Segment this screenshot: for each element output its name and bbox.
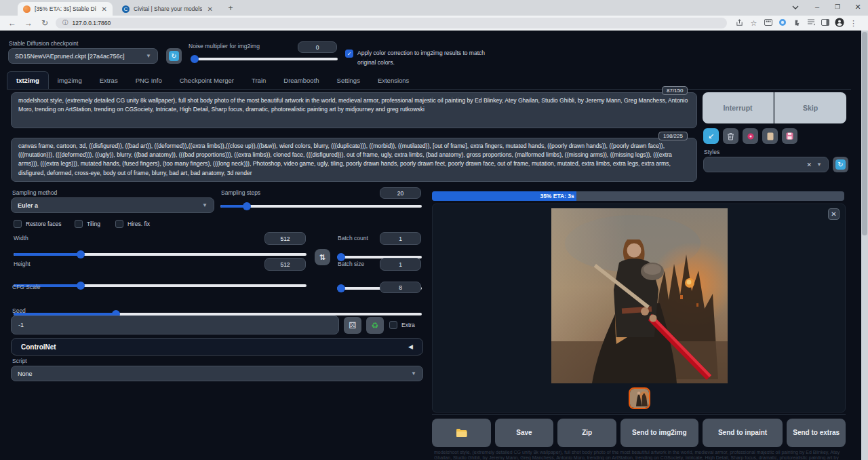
kebab-menu-icon[interactable]: ⋮: [846, 19, 861, 28]
batch-count-input[interactable]: 1: [380, 232, 421, 245]
tab-img2img[interactable]: img2img: [49, 72, 91, 89]
open-folder-button[interactable]: [432, 419, 491, 447]
window-minimize-button[interactable]: –: [808, 0, 826, 14]
restore-faces-checkbox[interactable]: Restore faces: [14, 220, 61, 228]
width-slider[interactable]: [14, 253, 307, 256]
tab-extensions[interactable]: Extensions: [369, 72, 418, 89]
page-scrollbar[interactable]: [861, 31, 868, 460]
checkbox-checked-icon[interactable]: ✓: [345, 50, 353, 58]
tab-close-icon[interactable]: ✕: [208, 5, 213, 13]
tab-extras[interactable]: Extras: [91, 72, 127, 89]
bookmark-star-icon[interactable]: ☆: [747, 19, 761, 28]
checkbox-icon[interactable]: [14, 220, 22, 228]
sampling-method-value: Euler a: [18, 202, 38, 209]
tiling-checkbox[interactable]: Tiling: [75, 220, 100, 228]
skip-button[interactable]: Skip: [774, 92, 846, 123]
tab-close-icon[interactable]: ✕: [102, 5, 107, 13]
tab-txt2img[interactable]: txt2img: [7, 71, 49, 89]
paste-generation-params-button[interactable]: ↙: [703, 128, 719, 144]
browser-tab-strip: [35% ETA: 3s] Stable Diffusion ✕ C Civit…: [0, 0, 868, 16]
tab-list-icon[interactable]: [804, 19, 818, 27]
refresh-styles-button[interactable]: ↻: [833, 157, 848, 172]
sampling-steps-input[interactable]: 20: [380, 187, 421, 199]
save-style-button[interactable]: [782, 128, 797, 144]
main-tab-nav: txt2img img2img Extras PNG Info Checkpoi…: [7, 71, 851, 90]
dice-icon: ⚄: [349, 320, 356, 330]
window-restore-button[interactable]: ❐: [829, 0, 846, 14]
browser-tab-civitai[interactable]: C Civitai | Share your models ✕: [117, 2, 218, 16]
sampling-steps-slider[interactable]: [220, 205, 422, 208]
batch-size-input[interactable]: 1: [380, 258, 421, 271]
noise-multiplier-input[interactable]: 0: [298, 41, 337, 53]
swap-dimensions-button[interactable]: ⇅: [315, 249, 330, 265]
width-input[interactable]: 512: [264, 232, 306, 245]
forward-icon[interactable]: →: [20, 18, 37, 28]
prompt-textarea[interactable]: modelshoot style, (extremely detailed CG…: [11, 92, 697, 128]
floppy-disk-icon: [786, 132, 793, 140]
noise-multiplier-slider[interactable]: [191, 58, 338, 60]
clear-styles-icon[interactable]: ✕: [807, 161, 812, 168]
zip-button[interactable]: Zip: [557, 419, 616, 447]
extra-seed-checkbox[interactable]: Extra: [389, 321, 415, 329]
browser-toolbar: ← → ↻ ⓘ 127.0.0.1:7860 ☆ ⋮: [0, 16, 868, 31]
script-label: Script: [12, 358, 27, 364]
interrupt-button[interactable]: Interrupt: [703, 92, 774, 123]
color-correction-checkbox-row[interactable]: ✓ Apply color correction to img2img resu…: [345, 48, 501, 67]
close-preview-icon[interactable]: ✕: [828, 208, 840, 220]
height-slider[interactable]: [14, 284, 307, 287]
url-bar[interactable]: ⓘ 127.0.0.1:7860: [56, 18, 727, 28]
negative-prompt-textarea[interactable]: canvas frame, cartoon, 3d, ((disfigured)…: [11, 138, 697, 182]
tab-train[interactable]: Train: [243, 72, 275, 89]
save-button[interactable]: Save: [495, 419, 554, 447]
back-icon[interactable]: ←: [4, 18, 20, 28]
site-info-icon[interactable]: ⓘ: [62, 19, 68, 27]
extension-grid-icon[interactable]: [761, 19, 775, 27]
reload-icon[interactable]: ↻: [37, 18, 53, 28]
chevron-down-icon: ▼: [411, 370, 416, 377]
random-seed-button[interactable]: ⚄: [344, 317, 361, 334]
share-icon[interactable]: [732, 19, 747, 28]
window-close-button[interactable]: ✕: [849, 0, 867, 14]
sampling-method-label: Sampling method: [12, 189, 57, 196]
refresh-checkpoints-button[interactable]: ↻: [166, 48, 182, 64]
profile-avatar[interactable]: [832, 18, 846, 28]
negative-prompt-token-counter: 198/225: [658, 132, 688, 140]
cfg-scale-input[interactable]: 8: [380, 282, 421, 293]
clear-prompt-button[interactable]: [723, 128, 738, 144]
side-panel-icon[interactable]: [818, 19, 832, 27]
send-to-img2img-button[interactable]: Send to img2img: [620, 419, 698, 447]
new-tab-button[interactable]: +: [225, 3, 236, 14]
checkbox-icon[interactable]: [389, 321, 397, 329]
output-button-row: Save Zip Send to img2img Send to inpaint…: [432, 419, 846, 447]
tab-checkpoint-merger[interactable]: Checkpoint Merger: [171, 72, 243, 89]
reuse-seed-button[interactable]: ♻: [366, 317, 384, 334]
extensions-puzzle-icon[interactable]: [789, 19, 804, 28]
checkbox-icon[interactable]: [75, 220, 83, 228]
gallery-thumbnail[interactable]: [629, 387, 650, 409]
styles-dropdown[interactable]: ✕ ▼: [703, 157, 829, 172]
tab-dreambooth[interactable]: Dreambooth: [275, 72, 328, 89]
scrollbar-thumb[interactable]: [862, 32, 867, 235]
script-dropdown[interactable]: None ▼: [11, 366, 423, 381]
gradio-favicon: [23, 5, 31, 13]
extra-networks-button[interactable]: [743, 128, 758, 144]
apply-style-button[interactable]: [762, 128, 778, 144]
checkpoint-label: Stable Diffusion checkpoint: [9, 40, 78, 47]
hires-fix-checkbox[interactable]: Hires. fix: [115, 220, 150, 228]
chevron-down-icon: ▼: [816, 161, 822, 168]
tab-title: [35% ETA: 3s] Stable Diffusion: [35, 5, 96, 12]
generated-image[interactable]: [551, 208, 728, 383]
browser-tab-stable-diffusion[interactable]: [35% ETA: 3s] Stable Diffusion ✕: [18, 2, 113, 16]
tab-settings[interactable]: Settings: [328, 72, 369, 89]
controlnet-accordion[interactable]: ControlNet ◀: [11, 338, 423, 356]
height-input[interactable]: 512: [264, 258, 306, 271]
send-to-inpaint-button[interactable]: Send to inpaint: [703, 419, 783, 447]
send-to-extras-button[interactable]: Send to extras: [787, 419, 846, 447]
seed-input[interactable]: -1: [11, 315, 339, 334]
sampling-method-dropdown[interactable]: Euler a ▼: [11, 197, 214, 213]
blue-extension-icon[interactable]: [775, 18, 789, 28]
checkpoint-dropdown[interactable]: SD15NewVAEpruned.ckpt [27a4ac756c] ▼: [8, 48, 158, 64]
window-chevron-icon[interactable]: [787, 0, 804, 14]
tab-png-info[interactable]: PNG Info: [127, 72, 171, 89]
checkbox-icon[interactable]: [115, 220, 123, 228]
